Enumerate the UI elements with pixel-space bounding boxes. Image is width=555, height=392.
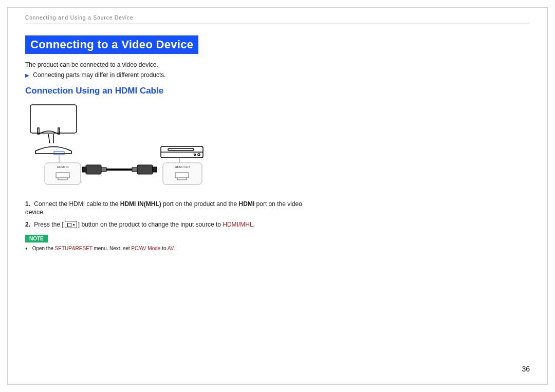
- source-button-icon: [65, 221, 77, 228]
- bullet-icon: ●: [25, 246, 28, 251]
- arrow-icon: ▶: [25, 72, 29, 78]
- svg-rect-3: [54, 152, 64, 155]
- svg-rect-8: [101, 167, 106, 172]
- svg-rect-15: [168, 148, 194, 151]
- svg-rect-9: [106, 169, 132, 171]
- svg-point-17: [194, 154, 196, 156]
- svg-rect-12: [153, 167, 157, 172]
- step-number: 1.: [25, 200, 30, 208]
- step-2: 2. Press the [] button on the product to…: [25, 220, 313, 229]
- intro-text: The product can be connected to a video …: [25, 61, 530, 68]
- breadcrumb: Connecting and Using a Source Device: [8, 8, 547, 24]
- instruction-list: 1. Connect the HDMI cable to the HDMI IN…: [25, 200, 530, 229]
- note-body: ● Open the SETUP&RESET menu. Next, set P…: [25, 246, 530, 251]
- page-title: Connecting to a Video Device: [25, 35, 198, 54]
- bullet-note: ▶ Connecting parts may differ in differe…: [25, 71, 530, 79]
- connection-diagram: HDMI IN: [25, 102, 210, 195]
- svg-rect-10: [132, 167, 137, 172]
- page-number: 36: [522, 365, 530, 373]
- divider: [25, 24, 530, 24]
- bullet-text: Connecting parts may differ in different…: [33, 71, 165, 79]
- svg-rect-6: [86, 165, 101, 174]
- section-subhead: Connection Using an HDMI Cable: [25, 86, 530, 96]
- svg-rect-5: [56, 173, 69, 178]
- hdmi-in-label: HDMI IN: [57, 165, 69, 169]
- svg-point-16: [198, 154, 200, 156]
- step-number: 2.: [25, 221, 30, 228]
- document-page: Connecting and Using a Source Device Con…: [7, 7, 548, 385]
- svg-rect-7: [82, 167, 86, 172]
- svg-rect-19: [175, 173, 189, 178]
- svg-rect-11: [137, 165, 153, 174]
- hdmi-out-label: HDMI OUT: [175, 165, 190, 169]
- step-1: 1. Connect the HDMI cable to the HDMI IN…: [25, 200, 313, 216]
- note-badge: NOTE: [25, 235, 48, 242]
